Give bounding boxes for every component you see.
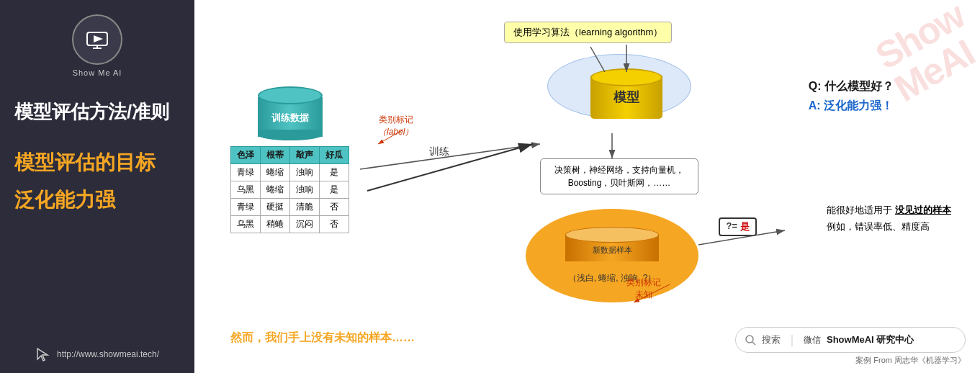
q-text: Q: 什么模型好？ [809,79,894,94]
qa-section: Q: 什么模型好？ A: 泛化能力强！ [809,79,894,114]
cell-2-2: 清脆 [290,199,320,216]
cell-3-2: 沉闷 [290,216,320,233]
svg-marker-4 [37,349,48,361]
new-sample-label: 新数据样本 [593,245,632,256]
model-section: 模型 [590,65,662,122]
main-content: ShowMeAI 使用学习算法（learning algorithm） 训练数据… [194,0,980,373]
a-text: A: 泛化能力强！ [809,99,894,114]
data-table: 色泽 根蒂 敲声 好瓜 青绿蜷缩浊响是乌黑蜷缩浊响是青绿硬挺清脆否乌黑稍蜷沉闷否 [230,146,349,233]
table-row: 青绿硬挺清脆否 [231,199,349,216]
svg-line-6 [360,144,540,169]
new-sample-cylinder: 新数据样本 [565,227,659,266]
cell-0-3: 是 [320,164,349,181]
gen-line1: 能很好地适用于 没见过的样本 [827,202,951,218]
cell-3-1: 稍蜷 [261,216,290,233]
search-icon [745,334,756,346]
cell-1-3: 是 [320,181,349,199]
class-label-unknown: 类别标记未知 [626,277,661,300]
logo-text: Show Me AI [73,68,122,77]
col-header-2: 根蒂 [261,147,290,164]
new-sample-content: 新数据样本 （浅白, 蜷缩, 浊响, ?） [565,227,659,284]
bottom-orange-text: 然而，我们手上没有未知的样本…… [230,331,415,346]
cell-2-3: 否 [320,199,349,216]
gen-line2: 例如，错误率低、精度高 [827,218,951,235]
badge-question: ?= [726,220,737,233]
training-section: 训练数据 色泽 根蒂 敲声 好瓜 青绿蜷缩浊响是乌黑蜷缩浊响是青绿硬挺清脆否乌黑… [230,86,349,233]
col-header-4: 好瓜 [320,147,349,164]
generalization-text: 能很好地适用于 没见过的样本 例如，错误率低、精度高 [827,202,951,235]
table-row: 青绿蜷缩浊响是 [231,164,349,181]
sidebar-highlight2: 泛化能力强 [14,187,180,213]
svg-line-17 [752,342,755,345]
training-data-label: 训练数据 [271,112,309,125]
train-arrow-text: 训练 [429,145,449,157]
search-divider: ｜ [786,333,798,348]
search-placeholder: 搜索 [762,333,781,346]
search-wechat: 微信 [804,334,821,346]
yellow-cyl-top [590,68,662,86]
svg-point-16 [746,336,753,343]
cell-2-0: 青绿 [231,199,261,216]
small-cyl-top [565,227,659,243]
cell-0-1: 蜷缩 [261,164,290,181]
search-brand: ShowMeAI 研究中心 [827,333,914,346]
table-body: 青绿蜷缩浊响是乌黑蜷缩浊响是青绿硬挺清脆否乌黑稍蜷沉闷否 [231,164,349,233]
new-sample-ellipse: 新数据样本 （浅白, 蜷缩, 浊响, ?） [526,209,698,302]
cell-0-0: 青绿 [231,164,261,181]
class-label-bottom: 类别标记未知 [626,277,661,301]
cyan-cyl-bottom [258,130,323,140]
logo-circle [72,14,122,65]
sidebar-title: 模型评估方法/准则 [14,99,180,125]
cell-3-0: 乌黑 [231,216,261,233]
model-options: 决策树，神经网络，支持向量机，Boosting，贝叶斯网，…… [540,158,698,194]
training-data-cylinder: 训练数据 [258,86,323,140]
cursor-icon [35,346,51,362]
table-header-row: 色泽 根蒂 敲声 好瓜 [231,147,349,164]
class-label-annotation: 类别标记 （label） [378,114,413,138]
case-credit: 案例 From 周志华《机器学习》 [855,355,966,366]
table-row: 乌黑稍蜷沉闷否 [231,216,349,233]
sidebar: Show Me AI 模型评估方法/准则 模型评估的目标 泛化能力强 http:… [0,0,194,373]
logo-container: Show Me AI [72,14,122,77]
cell-2-1: 硬挺 [261,199,290,216]
unseen-samples: 没见过的样本 [895,205,951,215]
cell-1-2: 浊响 [290,181,320,199]
search-bar[interactable]: 搜索 ｜ 微信 ShowMeAI 研究中心 [735,327,966,353]
model-options-text: 决策树，神经网络，支持向量机，Boosting，贝叶斯网，…… [554,165,684,188]
cell-3-3: 否 [320,216,349,233]
col-header-1: 色泽 [231,147,261,164]
class-label-italic: （label） [378,127,413,137]
table-row: 乌黑蜷缩浊响是 [231,181,349,199]
cell-1-1: 蜷缩 [261,181,290,199]
class-label-text: 类别标记 [379,114,413,125]
algo-box: 使用学习算法（learning algorithm） [504,22,672,43]
model-label: 模型 [613,89,639,106]
cyan-cyl-top [258,86,323,104]
badge-answer: 是 [740,220,750,233]
sidebar-footer: http://www.showmeai.tech/ [35,332,159,362]
website-link[interactable]: http://www.showmeai.tech/ [57,349,159,359]
is-badge: ?= 是 [719,217,757,236]
cell-1-0: 乌黑 [231,181,261,199]
cell-0-2: 浊响 [290,164,320,181]
sidebar-highlight1: 模型评估的目标 [14,150,180,176]
model-cylinder: 模型 [590,65,662,122]
logo-icon [83,25,112,54]
col-header-3: 敲声 [290,147,320,164]
svg-marker-1 [94,35,103,42]
algo-text: 使用学习算法（learning algorithm） [513,27,662,37]
svg-line-14 [367,144,533,191]
